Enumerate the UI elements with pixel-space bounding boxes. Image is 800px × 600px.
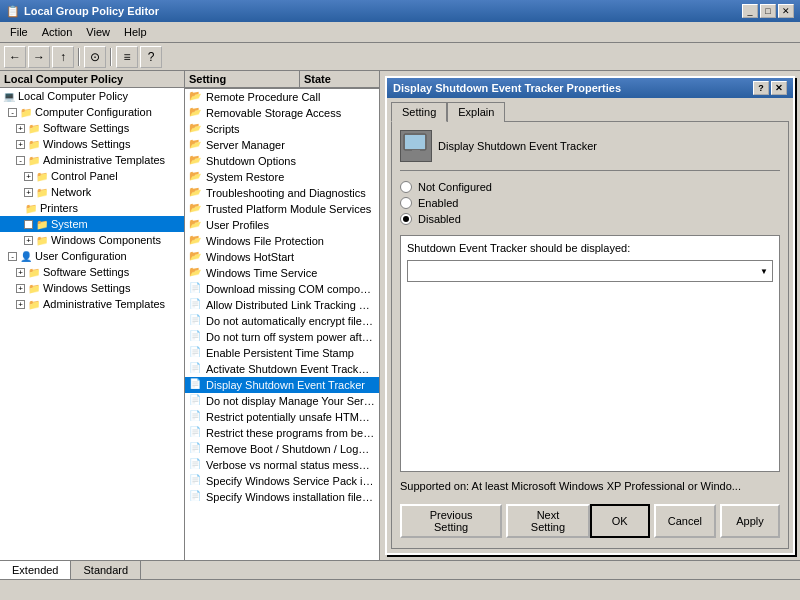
menu-action[interactable]: Action — [36, 24, 79, 40]
tree-item-system[interactable]: - 📁 System — [0, 216, 184, 232]
svg-rect-3 — [409, 153, 423, 155]
bottom-tab-extended[interactable]: Extended — [0, 561, 71, 579]
tree-item-user-software-settings[interactable]: + 📁 Software Settings — [0, 264, 184, 280]
chevron-down-icon: ▼ — [760, 267, 768, 276]
expand-icon[interactable]: - — [8, 252, 17, 261]
list-item-manage-server[interactable]: 📄 Do not display Manage Your Server... — [185, 393, 379, 409]
menu-file[interactable]: File — [4, 24, 34, 40]
expand-icon[interactable]: + — [24, 188, 33, 197]
svg-rect-1 — [405, 135, 425, 149]
prev-setting-button[interactable]: Previous Setting — [400, 504, 502, 538]
list-item-system-power[interactable]: 📄 Do not turn off system power after... — [185, 329, 379, 345]
list-item-shutdown-options[interactable]: 📂 Shutdown Options — [185, 153, 379, 169]
list-item-install-file[interactable]: 📄 Specify Windows installation file loc.… — [185, 489, 379, 505]
next-setting-button[interactable]: Next Setting — [506, 504, 590, 538]
expand-icon[interactable]: + — [16, 300, 25, 309]
expand-icon[interactable]: + — [16, 284, 25, 293]
folder-small-icon: 📂 — [189, 154, 203, 168]
radio-button-enabled[interactable] — [400, 197, 412, 209]
list-item-restrict-programs[interactable]: 📄 Restrict these programs from being... — [185, 425, 379, 441]
expand-icon[interactable]: - — [24, 220, 33, 229]
list-item-user-profiles[interactable]: 📂 User Profiles — [185, 217, 379, 233]
list-item-auto-encrypt[interactable]: 📄 Do not automatically encrypt files m..… — [185, 313, 379, 329]
tree-item-printers[interactable]: 📁 Printers — [0, 200, 184, 216]
ok-button[interactable]: OK — [590, 504, 650, 538]
status-bar — [0, 579, 800, 600]
properties-button[interactable]: ≡ — [116, 46, 138, 68]
tree-item-admin-templates[interactable]: - 📁 Administrative Templates — [0, 152, 184, 168]
computer-icon: 💻 — [2, 89, 16, 103]
list-item-system-restore[interactable]: 📂 System Restore — [185, 169, 379, 185]
list-item-verbose[interactable]: 📄 Verbose vs normal status messages... — [185, 457, 379, 473]
tree-item-windows-settings[interactable]: + 📁 Windows Settings — [0, 136, 184, 152]
expand-icon[interactable]: + — [16, 140, 25, 149]
list-item-hotstart[interactable]: 📂 Windows HotStart — [185, 249, 379, 265]
expand-icon[interactable]: - — [8, 108, 17, 117]
forward-button[interactable]: → — [28, 46, 50, 68]
menu-help[interactable]: Help — [118, 24, 153, 40]
help-button[interactable]: ? — [140, 46, 162, 68]
expand-icon[interactable]: + — [24, 172, 33, 181]
list-item-label: Server Manager — [206, 139, 285, 151]
tree-item-windows-components[interactable]: + 📁 Windows Components — [0, 232, 184, 248]
tree-item-software-settings[interactable]: + 📁 Software Settings — [0, 120, 184, 136]
expand-icon[interactable]: + — [16, 268, 25, 277]
list-item-removable[interactable]: 📂 Removable Storage Access — [185, 105, 379, 121]
radio-not-configured[interactable]: Not Configured — [400, 181, 780, 193]
tree-item-control-panel[interactable]: + 📁 Control Panel — [0, 168, 184, 184]
maximize-button[interactable]: □ — [760, 4, 776, 18]
bottom-tab-standard[interactable]: Standard — [71, 561, 141, 579]
folder-small-icon: 📂 — [189, 266, 203, 280]
dialog-close-button[interactable]: ✕ — [771, 81, 787, 95]
tab-setting[interactable]: Setting — [391, 102, 447, 122]
dialog-help-button[interactable]: ? — [753, 81, 769, 95]
folder-small-icon: 📂 — [189, 250, 203, 264]
folder-small-icon: 📂 — [189, 122, 203, 136]
list-item-label: Troubleshooting and Diagnostics — [206, 187, 366, 199]
list-item-remove-boot[interactable]: 📄 Remove Boot / Shutdown / Logon /... — [185, 441, 379, 457]
list-item-persistent-time[interactable]: 📄 Enable Persistent Time Stamp — [185, 345, 379, 361]
radio-button-not-configured[interactable] — [400, 181, 412, 193]
expand-icon[interactable]: + — [24, 236, 33, 245]
list-item-time-service[interactable]: 📂 Windows Time Service — [185, 265, 379, 281]
expand-icon[interactable]: - — [16, 156, 25, 165]
minimize-button[interactable]: _ — [742, 4, 758, 18]
tab-explain[interactable]: Explain — [447, 102, 505, 122]
back-button[interactable]: ← — [4, 46, 26, 68]
list-item-service-pack[interactable]: 📄 Specify Windows Service Pack insta... — [185, 473, 379, 489]
tree-item-computer-config[interactable]: - 📁 Computer Configuration — [0, 104, 184, 120]
list-item-rpc[interactable]: 📂 Remote Procedure Call — [185, 89, 379, 105]
radio-button-disabled[interactable] — [400, 213, 412, 225]
close-button[interactable]: ✕ — [778, 4, 794, 18]
radio-disabled[interactable]: Disabled — [400, 213, 780, 225]
list-item-display-shutdown[interactable]: 📄 Display Shutdown Event Tracker — [185, 377, 379, 393]
list-item-label: Restrict potentially unsafe HTML He... — [206, 411, 375, 423]
list-item-com[interactable]: 📄 Download missing COM components — [185, 281, 379, 297]
menu-view[interactable]: View — [80, 24, 116, 40]
dropdown-select[interactable]: ▼ — [407, 260, 773, 282]
apply-button[interactable]: Apply — [720, 504, 780, 538]
list-item-html-help[interactable]: 📄 Restrict potentially unsafe HTML He... — [185, 409, 379, 425]
tree-item-local-computer-policy[interactable]: 💻 Local Computer Policy — [0, 88, 184, 104]
radio-enabled[interactable]: Enabled — [400, 197, 780, 209]
tree-item-user-admin-templates[interactable]: + 📁 Administrative Templates — [0, 296, 184, 312]
action-buttons: OK Cancel Apply — [590, 504, 780, 538]
list-item-file-protection[interactable]: 📂 Windows File Protection — [185, 233, 379, 249]
cancel-button[interactable]: Cancel — [654, 504, 716, 538]
list-item-link-tracking[interactable]: 📄 Allow Distributed Link Tracking clien.… — [185, 297, 379, 313]
list-item-troubleshooting[interactable]: 📂 Troubleshooting and Diagnostics — [185, 185, 379, 201]
tree-item-network[interactable]: + 📁 Network — [0, 184, 184, 200]
list-item-activate-shutdown[interactable]: 📄 Activate Shutdown Event Tracker S... — [185, 361, 379, 377]
expand-icon[interactable]: + — [16, 124, 25, 133]
folder-small-icon: 📂 — [189, 90, 203, 104]
list-item-trusted-platform[interactable]: 📂 Trusted Platform Module Services — [185, 201, 379, 217]
up-button[interactable]: ↑ — [52, 46, 74, 68]
show-hide-button[interactable]: ⊙ — [84, 46, 106, 68]
tree-item-user-windows-settings[interactable]: + 📁 Windows Settings — [0, 280, 184, 296]
setting-icon: 📄 — [189, 330, 203, 344]
folder-small-icon: 📂 — [189, 218, 203, 232]
tree-item-user-config[interactable]: - 👤 User Configuration — [0, 248, 184, 264]
list-header-state: State — [299, 71, 379, 88]
list-item-scripts[interactable]: 📂 Scripts — [185, 121, 379, 137]
list-item-server-manager[interactable]: 📂 Server Manager — [185, 137, 379, 153]
